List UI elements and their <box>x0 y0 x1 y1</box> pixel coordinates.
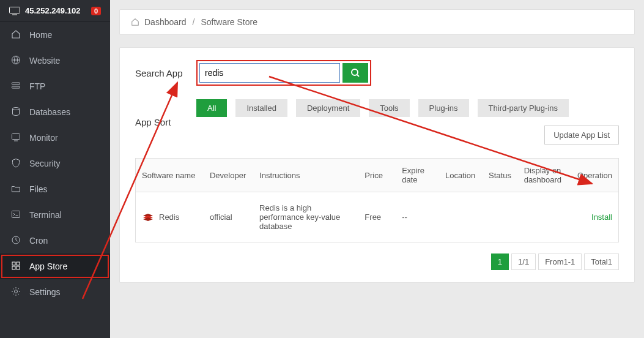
sidebar-item-label: Monitor <box>29 133 58 143</box>
col-operation: Operation <box>571 159 619 192</box>
svg-rect-5 <box>12 83 20 85</box>
folder-icon <box>11 184 22 195</box>
redis-icon <box>142 211 154 223</box>
sidebar-item-home[interactable]: Home <box>0 22 110 48</box>
search-label: Search App <box>135 68 196 78</box>
sidebar-item-terminal[interactable]: Terminal <box>0 202 110 228</box>
cell-developer: official <box>204 192 253 242</box>
page-range: From1-1 <box>538 254 582 270</box>
ftp-icon <box>11 81 22 92</box>
breadcrumb-home[interactable]: Dashboard <box>144 17 187 27</box>
breadcrumb-separator: / <box>193 17 195 27</box>
breadcrumb: Dashboard / Software Store <box>119 9 635 35</box>
sidebar-item-label: Files <box>29 184 48 194</box>
sort-tab-all[interactable]: All <box>196 99 227 117</box>
install-link[interactable]: Install <box>591 212 612 222</box>
sidebar-item-label: App Store <box>29 261 67 271</box>
sidebar-item-label: Cron <box>29 236 48 246</box>
sort-tabs: All Installed Deployment Tools Plug-ins … <box>196 99 619 145</box>
col-status: Status <box>483 159 518 192</box>
notification-badge[interactable]: 0 <box>91 7 101 15</box>
page-total-pages: 1/1 <box>511 254 536 270</box>
server-ip[interactable]: 45.252.249.102 <box>25 6 91 15</box>
col-software-name: Software name <box>136 159 204 192</box>
cell-price: Free <box>358 192 396 242</box>
sidebar-item-monitor[interactable]: Monitor <box>0 125 110 151</box>
cell-software-name: Redis <box>136 192 204 242</box>
sidebar-item-website[interactable]: Website <box>0 48 110 73</box>
gear-icon <box>11 287 22 298</box>
cell-operation: Install <box>571 192 619 242</box>
svg-rect-8 <box>12 134 20 140</box>
sidebar-header: 45.252.249.102 0 <box>0 0 110 22</box>
sidebar-item-cron[interactable]: Cron <box>0 228 110 254</box>
sidebar-item-label: Settings <box>29 287 61 297</box>
svg-point-17 <box>352 69 358 75</box>
sidebar-item-label: Home <box>29 30 52 40</box>
col-location: Location <box>439 159 483 192</box>
app-store-panel: Search App App Sort All Installed Deploy… <box>119 47 635 283</box>
cell-display <box>518 192 571 242</box>
svg-rect-6 <box>12 86 20 88</box>
clock-icon <box>11 235 22 246</box>
sidebar-item-databases[interactable]: Databases <box>0 99 110 125</box>
svg-rect-14 <box>12 266 15 269</box>
search-highlight-box <box>196 60 371 86</box>
sort-tab-plugins[interactable]: Plug-ins <box>418 99 469 117</box>
sidebar-item-settings[interactable]: Settings <box>0 279 110 305</box>
search-icon <box>350 68 360 78</box>
sidebar-item-label: Databases <box>29 107 70 117</box>
sidebar-item-ftp[interactable]: FTP <box>0 73 110 99</box>
software-name-text[interactable]: Redis <box>159 212 179 222</box>
terminal-icon <box>11 209 22 220</box>
search-row: Search App <box>135 60 619 86</box>
svg-rect-0 <box>10 7 20 13</box>
svg-rect-13 <box>17 262 20 265</box>
page-total: Total1 <box>584 254 619 270</box>
home-icon <box>11 29 22 40</box>
page-current[interactable]: 1 <box>491 254 509 270</box>
col-price: Price <box>358 159 396 192</box>
sidebar-item-security[interactable]: Security <box>0 151 110 176</box>
search-input[interactable] <box>199 63 340 83</box>
sidebar-item-label: Terminal <box>29 210 62 220</box>
sort-tab-tools[interactable]: Tools <box>369 99 409 117</box>
col-expire-date: Expire date <box>396 159 439 192</box>
sidebar: 45.252.249.102 0 Home Website FTP Databa… <box>0 0 110 338</box>
sort-tab-deployment[interactable]: Deployment <box>296 99 360 117</box>
shield-icon <box>11 158 22 169</box>
sidebar-item-label: Website <box>29 56 60 66</box>
software-table: Software name Developer Instructions Pri… <box>135 158 619 242</box>
col-display: Display on dashboard <box>518 159 571 192</box>
main-content: Dashboard / Software Store Search App Ap… <box>110 0 644 338</box>
table-row: Redis official Redis is a high performan… <box>136 192 619 242</box>
sidebar-item-label: FTP <box>29 81 45 91</box>
sort-tab-installed[interactable]: Installed <box>235 99 287 117</box>
search-button[interactable] <box>342 63 368 83</box>
monitor-nav-icon <box>11 132 22 143</box>
sidebar-item-app-store[interactable]: App Store <box>0 254 110 279</box>
cell-location <box>439 192 483 242</box>
globe-icon <box>11 55 22 66</box>
sort-label: App Sort <box>135 117 196 127</box>
breadcrumb-home-icon <box>131 18 139 26</box>
sidebar-item-files[interactable]: Files <box>0 176 110 202</box>
col-instructions: Instructions <box>253 159 358 192</box>
cell-expire-date: -- <box>396 192 439 242</box>
pagination: 1 1/1 From1-1 Total1 <box>135 254 619 270</box>
svg-line-18 <box>357 75 359 77</box>
cell-instructions: Redis is a high performance key-value da… <box>253 192 358 242</box>
svg-rect-10 <box>12 211 20 218</box>
database-icon <box>11 107 22 118</box>
apps-icon <box>11 261 22 272</box>
svg-point-16 <box>15 290 18 293</box>
update-app-list-button[interactable]: Update App List <box>544 126 619 145</box>
col-developer: Developer <box>204 159 253 192</box>
svg-point-7 <box>13 108 20 110</box>
sort-tab-third-party[interactable]: Third-party Plug-ins <box>478 99 569 117</box>
monitor-icon <box>9 7 20 15</box>
breadcrumb-current: Software Store <box>201 17 257 27</box>
sort-row: App Sort All Installed Deployment Tools … <box>135 99 619 145</box>
svg-rect-15 <box>17 266 20 269</box>
table-header-row: Software name Developer Instructions Pri… <box>136 159 619 192</box>
